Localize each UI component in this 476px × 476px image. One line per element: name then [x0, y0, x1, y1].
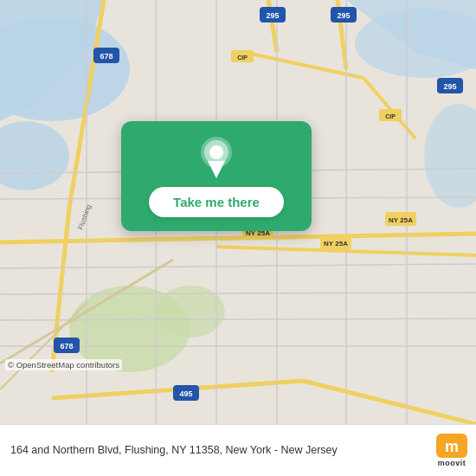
moovit-brand-text: moovit — [438, 459, 466, 467]
pin-icon — [196, 137, 237, 178]
moovit-logo: m moovit — [436, 434, 467, 467]
svg-text:295: 295 — [443, 82, 456, 91]
svg-text:CIP: CIP — [385, 113, 396, 119]
bottom-bar: 164 and Northern Blvd, Flushing, NY 1135… — [0, 424, 476, 476]
svg-text:678: 678 — [100, 52, 113, 61]
svg-point-59 — [209, 145, 223, 159]
svg-marker-60 — [208, 161, 225, 178]
svg-text:NY 25A: NY 25A — [324, 240, 348, 248]
osm-credit: © OpenStreetMap contributors — [5, 359, 122, 370]
svg-text:m: m — [445, 438, 459, 455]
take-me-there-button[interactable]: Take me there — [149, 187, 284, 217]
svg-text:295: 295 — [266, 11, 279, 20]
address-text: 164 and Northern Blvd, Flushing, NY 1135… — [10, 443, 429, 459]
svg-text:495: 495 — [179, 389, 192, 398]
map-view: 295 678 678 295 295 NY 25A NY 25A NY 25A… — [0, 0, 476, 424]
svg-text:678: 678 — [60, 342, 73, 351]
svg-text:NY 25A: NY 25A — [389, 216, 413, 224]
svg-text:CIP: CIP — [237, 55, 248, 61]
svg-text:295: 295 — [337, 11, 350, 20]
cta-card: Take me there — [121, 121, 312, 231]
moovit-logo-icon: m — [436, 434, 467, 458]
